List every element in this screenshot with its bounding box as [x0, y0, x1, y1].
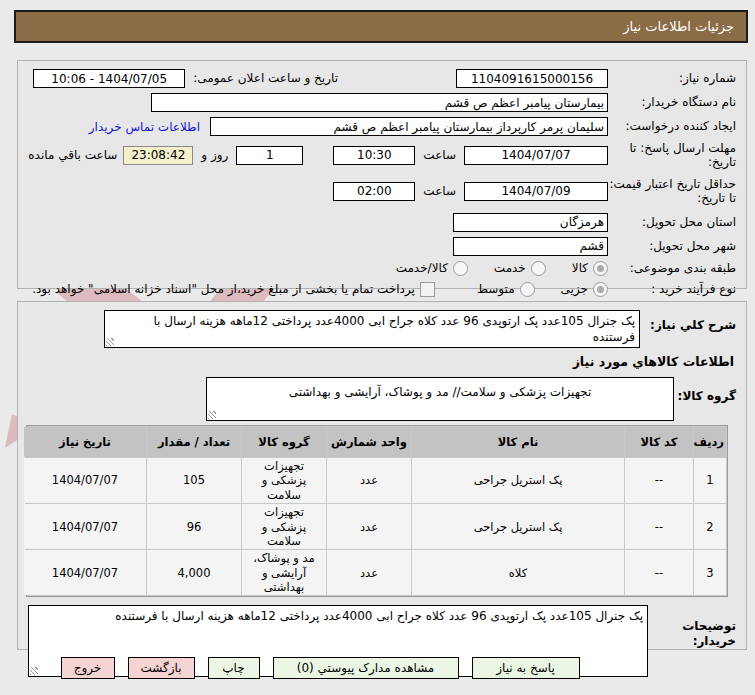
radio-goods-service-label: کالا/خدمت — [396, 261, 448, 275]
cell-unit: عدد — [327, 504, 411, 549]
cell-quantity: 4,000 — [147, 550, 241, 595]
col-need-date: تاریخ نیاز — [24, 427, 146, 457]
reply-deadline-date-field[interactable]: 1404/07/07 — [464, 146, 608, 165]
days-and-label: روز و — [201, 148, 228, 162]
buyer-org-label: نام دستگاه خریدار: — [608, 95, 736, 109]
remaining-days-field[interactable]: 1 — [236, 146, 303, 165]
treasury-checkbox[interactable] — [420, 282, 435, 297]
need-details-page: AriaTender.net جزئیات اطلاعات نیاز شماره… — [0, 0, 755, 695]
cell-goods-group: تجهیزات پزشکی و سلامت — [242, 458, 326, 503]
col-goods-name: نام کالا — [412, 427, 624, 457]
need-desc-label: شرح کلي نیاز: — [640, 310, 736, 332]
reply-to-need-button[interactable]: پاسخ به نیاز — [472, 657, 580, 679]
radio-partial[interactable] — [593, 282, 608, 297]
view-attachments-button[interactable]: مشاهده مدارک پیوستي (0) — [273, 657, 459, 679]
need-desc-text: پک جنرال 105عدد پک ارتوپدی 96 عدد کلاه ج… — [153, 314, 635, 344]
announce-datetime-field[interactable]: 1404/07/05 - 10:06 — [33, 69, 185, 88]
city-row: شهر محل تحویل: قشم — [24, 237, 736, 256]
cell-row-number: 3 — [694, 550, 726, 595]
exit-button[interactable]: خروج — [61, 657, 115, 679]
buyer-org-row: نام دستگاه خریدار: بیمارستان پیامبر اعظم… — [24, 93, 736, 112]
reply-deadline-hour-label: ساعت — [423, 148, 456, 162]
cell-goods-code: -- — [625, 458, 693, 503]
province-field[interactable]: هرمزگان — [453, 213, 608, 232]
price-validity-date-field[interactable]: 1404/07/09 — [464, 182, 608, 201]
cell-unit: عدد — [327, 458, 411, 503]
goods-group-label: گروه کالا: — [674, 377, 736, 403]
request-creator-field[interactable]: سلیمان پرمر کارپرداز بیمارستان پیامبر اع… — [210, 117, 608, 136]
treasury-note: پرداخت تمام یا بخشی از مبلغ خرید،از محل … — [32, 282, 415, 296]
buyer-notes-text: پک جنرال 105عدد پک ارتوپدی 96 عدد کلاه ج… — [115, 609, 643, 623]
cell-row-number: 1 — [694, 458, 726, 503]
cell-row-number: 2 — [694, 504, 726, 549]
subject-class-row: طبقه بندی موضوعی: کالا خدمت کالا/خدمت — [24, 261, 736, 276]
cell-quantity: 96 — [147, 504, 241, 549]
col-goods-code: کد کالا — [625, 427, 693, 457]
price-validity-time-field[interactable]: 02:00 — [333, 182, 415, 201]
need-number-label: شماره نیاز: — [608, 71, 736, 85]
resize-grip-icon — [208, 411, 216, 419]
need-desc-row: شرح کلي نیاز: پک جنرال 105عدد پک ارتوپدی… — [24, 310, 736, 348]
cell-goods-code: -- — [625, 504, 693, 549]
goods-table-wrapper: ردیف کد کالا نام کالا واحد شمارش گروه کا… — [26, 425, 728, 597]
cell-quantity: 105 — [147, 458, 241, 503]
goods-section-heading: اطلاعات کالاهاي مورد نیاز — [24, 354, 734, 369]
reply-deadline-row: مهلت ارسال پاسخ: تا تاریخ: 1404/07/07 سا… — [24, 141, 736, 170]
radio-goods-service[interactable] — [453, 261, 468, 276]
radio-medium-label: متوسط — [477, 282, 515, 296]
radio-goods-label: کالا — [572, 261, 588, 275]
action-buttons: پاسخ به نیاز مشاهده مدارک پیوستي (0) چاپ… — [0, 657, 640, 679]
cell-goods-group: تجهیزات پزشکی و سلامت — [242, 504, 326, 549]
request-creator-label: ایجاد کننده درخواست: — [608, 119, 736, 133]
process-type-row: نوع فرآیند خرید : جزیی متوسط پرداخت تمام… — [24, 282, 736, 297]
cell-need-date: 1404/07/07 — [24, 550, 146, 595]
radio-service-label: خدمت — [494, 261, 526, 275]
price-validity-label: حداقل تاریخ اعتبار قیمت: تا تاریخ: — [608, 177, 736, 206]
radio-medium[interactable] — [520, 282, 535, 297]
cell-goods-name: پک استریل جراحی — [412, 458, 624, 503]
radio-goods[interactable] — [593, 261, 608, 276]
subject-class-label: طبقه بندی موضوعی: — [608, 261, 736, 275]
col-unit: واحد شمارش — [327, 427, 411, 457]
city-field[interactable]: قشم — [453, 237, 608, 256]
request-info-panel: شماره نیاز: 1104091615000156 تاریخ و ساع… — [17, 60, 747, 289]
cell-goods-group: مد و پوشاک، آرایشی و بهداشتی — [242, 550, 326, 595]
cell-goods-code: -- — [625, 550, 693, 595]
radio-partial-label: جزیی — [561, 282, 588, 296]
reply-deadline-label: مهلت ارسال پاسخ: تا تاریخ: — [608, 141, 736, 170]
goods-info-panel: شرح کلي نیاز: پک جنرال 105عدد پک ارتوپدی… — [17, 301, 747, 650]
print-button[interactable]: چاپ — [208, 657, 260, 679]
cell-need-date: 1404/07/07 — [24, 504, 146, 549]
goods-group-row: گروه کالا: تجهیزات پزشکی و سلامت// مد و … — [24, 377, 736, 421]
back-button[interactable]: بازگشت — [128, 657, 195, 679]
goods-table-header-row: ردیف کد کالا نام کالا واحد شمارش گروه کا… — [24, 427, 726, 457]
cell-need-date: 1404/07/07 — [24, 458, 146, 503]
city-label: شهر محل تحویل: — [608, 239, 736, 253]
need-number-field[interactable]: 1104091615000156 — [456, 69, 608, 88]
request-creator-row: ایجاد کننده درخواست: سلیمان پرمر کارپردا… — [24, 117, 736, 136]
goods-group-textarea[interactable]: تجهیزات پزشکی و سلامت// مد و پوشاک، آرای… — [206, 377, 674, 421]
goods-table: ردیف کد کالا نام کالا واحد شمارش گروه کا… — [23, 426, 727, 596]
col-goods-group: گروه کالا — [242, 427, 326, 457]
need-number-row: شماره نیاز: 1104091615000156 تاریخ و ساع… — [24, 69, 736, 88]
announce-datetime-label: تاریخ و ساعت اعلان عمومی: — [193, 71, 338, 85]
price-validity-hour-label: ساعت — [423, 184, 456, 198]
process-type-label: نوع فرآیند خرید : — [608, 282, 736, 296]
buyer-contact-link[interactable]: اطلاعات تماس خریدار — [89, 120, 200, 134]
cell-unit: عدد — [327, 550, 411, 595]
province-label: استان محل تحویل: — [608, 215, 736, 229]
goods-group-text: تجهیزات پزشکی و سلامت// مد و پوشاک، آرای… — [289, 385, 592, 399]
hours-remaining-label: ساعت باقي مانده — [28, 148, 117, 162]
price-validity-row: حداقل تاریخ اعتبار قیمت: تا تاریخ: 1404/… — [24, 177, 736, 206]
need-desc-textarea[interactable]: پک جنرال 105عدد پک ارتوپدی 96 عدد کلاه ج… — [104, 310, 640, 348]
table-row: 2 -- پک استریل جراحی عدد تجهیزات پزشکی و… — [24, 504, 726, 549]
table-row: 3 -- کلاه عدد مد و پوشاک، آرایشی و بهداش… — [24, 550, 726, 595]
page-title: جزئیات اطلاعات نیاز — [14, 10, 748, 43]
province-row: استان محل تحویل: هرمزگان — [24, 213, 736, 232]
buyer-org-field[interactable]: بیمارستان پیامبر اعظم ص قشم — [151, 93, 608, 112]
radio-service[interactable] — [531, 261, 546, 276]
table-row: 1 -- پک استریل جراحی عدد تجهیزات پزشکی و… — [24, 458, 726, 503]
col-row-number: ردیف — [694, 427, 726, 457]
reply-deadline-time-field[interactable]: 10:30 — [333, 146, 415, 165]
countdown-timer: 23:08:42 — [123, 146, 193, 165]
